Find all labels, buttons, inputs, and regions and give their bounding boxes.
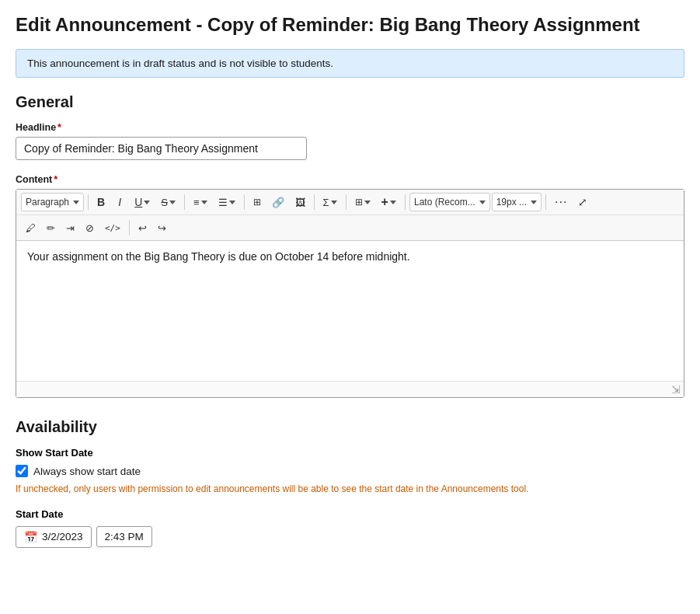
source-code-button[interactable]: </> xyxy=(100,218,125,237)
bold-button[interactable]: B xyxy=(92,193,110,211)
highlight-button[interactable]: ✏ xyxy=(42,218,60,237)
table-button[interactable]: ⊞ xyxy=(350,193,375,211)
text-color-button[interactable]: 🖊 xyxy=(21,218,40,237)
undo-button[interactable]: ↩ xyxy=(134,218,151,237)
font-family-chevron xyxy=(479,201,486,204)
calendar-icon: 📅 xyxy=(24,531,37,543)
start-date-value: 3/2/2023 xyxy=(42,531,83,542)
list-chevron xyxy=(229,201,235,204)
underline-chevron xyxy=(144,201,150,204)
start-date-input[interactable]: 📅 3/2/2023 xyxy=(16,526,92,548)
formula-chevron xyxy=(331,201,337,204)
align-chevron xyxy=(201,201,207,204)
expand-editor-button[interactable]: ⤢ xyxy=(573,193,592,211)
toolbar-row-2: 🖊 ✏ ⇥ ⊘ xyxy=(16,215,684,240)
start-time-value: 2:43 PM xyxy=(105,531,144,542)
toolbar-row-1: Paragraph B I U xyxy=(16,190,684,215)
image-button[interactable]: 🖼 xyxy=(291,193,310,211)
more-options-button[interactable]: ··· xyxy=(550,193,572,211)
start-date-time-row: 📅 3/2/2023 2:43 PM xyxy=(16,526,684,548)
strikethrough-button[interactable]: S xyxy=(156,193,180,211)
font-size-dropdown[interactable]: 19px ... xyxy=(492,193,542,211)
toolbar-separator-2 xyxy=(184,194,185,210)
toolbar-separator-1 xyxy=(88,194,89,210)
insert-button[interactable]: + xyxy=(377,193,401,211)
editor-toolbar: Paragraph B I U xyxy=(16,190,684,241)
availability-section-title: Availability xyxy=(16,418,684,436)
clear-format-button[interactable]: ⊘ xyxy=(81,218,99,237)
always-show-start-date-checkbox[interactable] xyxy=(16,465,28,477)
headline-field-group: Headline* xyxy=(16,122,684,160)
paragraph-style-dropdown[interactable]: Paragraph xyxy=(21,193,84,211)
redo-button[interactable]: ↪ xyxy=(153,218,171,237)
toolbar-separator-7 xyxy=(545,194,546,210)
availability-section: Availability Show Start Date Always show… xyxy=(16,418,684,548)
align-button[interactable]: ≡ xyxy=(189,193,212,211)
toolbar-separator-8 xyxy=(129,220,130,235)
headline-input[interactable] xyxy=(16,137,307,160)
toolbar-separator-4 xyxy=(314,194,315,210)
draft-banner-text: This announcement is in draft status and… xyxy=(27,58,333,69)
headline-label: Headline* xyxy=(16,122,684,133)
link-button[interactable]: 🔗 xyxy=(267,193,289,211)
show-start-date-helper: If unchecked, only users with permission… xyxy=(16,483,684,496)
draft-banner: This announcement is in draft status and… xyxy=(16,49,684,78)
editor-body[interactable]: Your assignment on the Big Bang Theory i… xyxy=(16,241,684,381)
headline-required: * xyxy=(57,122,61,133)
toolbar-separator-5 xyxy=(346,194,347,210)
list-button[interactable]: ☰ xyxy=(214,193,240,211)
always-show-start-date-checkbox-label[interactable]: Always show start date xyxy=(33,466,141,477)
general-section-title: General xyxy=(16,93,684,111)
paragraph-chevron xyxy=(73,201,79,204)
strikethrough-chevron xyxy=(169,201,176,204)
indent-button[interactable]: ⇥ xyxy=(61,218,79,237)
table-chevron xyxy=(364,201,371,204)
toolbar-separator-3 xyxy=(244,194,245,210)
formula-button[interactable]: Σ xyxy=(319,193,342,211)
page-title: Edit Announcement - Copy of Reminder: Bi… xyxy=(16,12,684,37)
resize-handle-icon: ⇲ xyxy=(671,383,681,396)
general-section: General Headline* Content* Paragraph xyxy=(16,93,684,398)
content-field-group: Content* Paragraph B I xyxy=(16,174,684,398)
editor-resize-area: ⇲ xyxy=(16,381,684,397)
content-label: Content* xyxy=(16,174,684,185)
toolbar-separator-6 xyxy=(405,194,406,210)
start-date-label: Start Date xyxy=(16,508,684,520)
insert-chevron xyxy=(390,201,396,204)
page-container: Edit Announcement - Copy of Reminder: Bi… xyxy=(0,0,700,614)
always-show-start-date-row: Always show start date xyxy=(16,465,684,477)
editor-content-text: Your assignment on the Big Bang Theory i… xyxy=(27,250,410,263)
italic-button[interactable]: I xyxy=(111,193,128,211)
underline-button[interactable]: U xyxy=(130,193,155,211)
show-start-date-label: Show Start Date xyxy=(16,447,684,459)
start-time-input[interactable]: 2:43 PM xyxy=(96,526,152,547)
font-size-chevron xyxy=(531,201,537,204)
font-family-dropdown[interactable]: Lato (Recom... xyxy=(409,193,490,211)
embed-media-button[interactable]: ⊞ xyxy=(249,193,266,211)
content-required: * xyxy=(54,174,57,185)
rich-text-editor: Paragraph B I U xyxy=(16,189,684,398)
